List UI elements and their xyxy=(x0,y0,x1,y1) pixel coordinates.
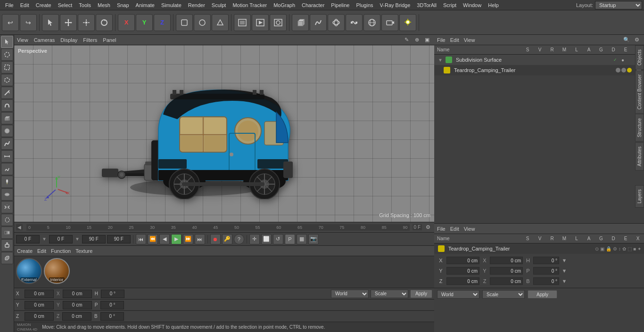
attr-icon-7[interactable]: ⬚ xyxy=(627,246,632,251)
end-frame-2-input[interactable] xyxy=(107,235,131,243)
deformer-button[interactable] xyxy=(346,14,363,31)
material-menu-function[interactable]: Function xyxy=(51,248,71,254)
coord-z-pos-input[interactable] xyxy=(446,277,479,285)
light-button[interactable] xyxy=(399,14,416,31)
transform-b-rot[interactable] xyxy=(100,312,124,321)
viewport-menu-display[interactable]: Display xyxy=(60,37,77,43)
extrude-tool[interactable] xyxy=(1,112,13,124)
bevel-tool[interactable] xyxy=(1,252,13,264)
objects-filter-icon[interactable]: ⚙ xyxy=(633,36,641,44)
viewport-icon-3[interactable]: ▣ xyxy=(423,36,431,44)
go-to-start-button[interactable]: ⏮ xyxy=(136,234,146,244)
menu-window[interactable]: Window xyxy=(460,1,485,9)
camera-button[interactable] xyxy=(381,14,398,31)
transform-y-pos[interactable] xyxy=(25,301,54,309)
attr-icon-4[interactable]: ⚙ xyxy=(613,246,617,251)
attr-menu-view[interactable]: View xyxy=(464,226,475,232)
redo-button[interactable]: ↪ xyxy=(20,14,37,31)
objects-search-icon[interactable]: 🔍 xyxy=(622,36,631,44)
coord-x-size-input[interactable] xyxy=(490,257,523,264)
drag-tool[interactable] xyxy=(1,239,13,251)
trailer-object-row[interactable]: Teardrop_Camping_Trailer xyxy=(434,65,644,75)
menu-pipeline[interactable]: Pipeline xyxy=(328,1,353,9)
render-mode-btn[interactable]: P xyxy=(285,234,295,244)
object-mode-button[interactable] xyxy=(176,14,193,31)
objects-menu-file[interactable]: File xyxy=(437,37,446,43)
play-button[interactable]: ▶ xyxy=(171,234,182,244)
timeline-track[interactable]: 0 5 10 15 20 25 30 35 40 45 50 55 60 65 … xyxy=(26,224,410,231)
move-tool-button[interactable] xyxy=(60,14,77,31)
objects-menu-view[interactable]: View xyxy=(464,37,475,43)
play-reverse-button[interactable]: ◀ xyxy=(159,234,170,244)
menu-tools[interactable]: Tools xyxy=(75,1,94,9)
material-menu-create[interactable]: Create xyxy=(17,248,33,254)
menu-edit[interactable]: Edit xyxy=(17,1,33,9)
viewport-menu-filters[interactable]: Filters xyxy=(83,37,97,43)
tab-layers[interactable]: Layers xyxy=(635,185,644,208)
material-interior[interactable]: Interior xyxy=(44,258,70,284)
attr-menu-edit[interactable]: Edit xyxy=(450,226,459,232)
layout-dropdown[interactable]: Startup xyxy=(595,1,642,9)
render-region-button[interactable] xyxy=(234,14,251,31)
coord-y-size-input[interactable] xyxy=(490,267,523,275)
record-button[interactable]: ⏺ xyxy=(210,234,221,244)
transform-h-rot[interactable] xyxy=(101,290,124,298)
nurbs-button[interactable] xyxy=(328,14,345,31)
viewport-icon-1[interactable]: ✎ xyxy=(402,36,411,44)
attr-icon-8[interactable]: ■ xyxy=(633,246,636,251)
knife-tool[interactable] xyxy=(1,87,13,99)
menu-render[interactable]: Render xyxy=(185,1,208,9)
rotate-tool-button[interactable] xyxy=(96,14,113,31)
transform-x-rot[interactable] xyxy=(63,290,92,298)
rect-selection-tool[interactable] xyxy=(1,61,13,73)
x-axis-button[interactable]: X xyxy=(118,14,135,31)
attr-icon-3[interactable]: 🔒 xyxy=(606,246,611,251)
tab-attributes[interactable]: Attributes xyxy=(635,142,644,170)
coordinate-system-select[interactable]: World xyxy=(331,290,369,298)
attr-menu-file[interactable]: File xyxy=(437,226,446,232)
attr-object-row[interactable]: Teardrop_Camping_Trailer ⊙ ▣ 🔒 ⚙ ↕ ✿ ⬚ ■… xyxy=(434,243,644,254)
rotate-mode-btn[interactable]: ↺ xyxy=(273,234,283,244)
transform-mode-select[interactable]: Scale xyxy=(371,290,408,298)
menu-animate[interactable]: Animate xyxy=(132,1,158,9)
environment-button[interactable] xyxy=(363,14,380,31)
tab-structure[interactable]: Structure xyxy=(635,114,644,142)
object3-button[interactable] xyxy=(212,14,229,31)
poly-selection-tool[interactable] xyxy=(1,74,13,86)
apply-button[interactable]: Apply xyxy=(410,290,432,298)
attr-icon-2[interactable]: ▣ xyxy=(600,246,604,251)
auto-key-button[interactable]: 🔑 xyxy=(222,234,232,244)
coord-b-input[interactable] xyxy=(533,277,559,285)
menu-character[interactable]: Character xyxy=(298,1,328,9)
menu-mograph[interactable]: MoGraph xyxy=(270,1,298,9)
coord-p-input[interactable] xyxy=(533,267,559,275)
menu-motion-tracker[interactable]: Motion Tracker xyxy=(229,1,270,9)
lasso-tool[interactable] xyxy=(1,214,13,226)
attr-icon-9[interactable]: ✦ xyxy=(637,246,641,251)
tree-expand-arrow[interactable]: ▼ xyxy=(438,57,443,63)
attr-icon-1[interactable]: ⊙ xyxy=(595,246,599,251)
spline-button[interactable] xyxy=(310,14,327,31)
menu-mesh[interactable]: Mesh xyxy=(94,1,114,9)
viewport-icon-2[interactable]: ⊕ xyxy=(413,36,421,44)
coord-y-pos-input[interactable] xyxy=(446,267,479,275)
scale-mode-btn[interactable]: ⬜ xyxy=(261,234,272,244)
subdiv-icon-v[interactable]: ● xyxy=(619,57,626,63)
help-button[interactable]: ? xyxy=(234,234,244,244)
menu-help[interactable]: Help xyxy=(485,1,502,9)
transform-y-rot[interactable] xyxy=(63,301,92,309)
go-to-end-button[interactable]: ⏭ xyxy=(195,234,205,244)
menu-3dtoall[interactable]: 3DTorAll xyxy=(413,1,440,9)
viewport-menu-panel[interactable]: Panel xyxy=(103,37,116,43)
timeline-settings-icon[interactable]: ⚙ xyxy=(424,223,432,232)
grid-mode-btn[interactable]: ▦ xyxy=(297,234,307,244)
menu-sculpt[interactable]: Sculpt xyxy=(208,1,230,9)
menu-script[interactable]: Script xyxy=(440,1,460,9)
menu-snap[interactable]: Snap xyxy=(114,1,132,9)
object2-button[interactable] xyxy=(194,14,211,31)
current-frame-input[interactable] xyxy=(16,235,40,243)
select-tool-button[interactable] xyxy=(42,14,59,31)
objects-menu-edit[interactable]: Edit xyxy=(450,37,459,43)
magnet-tool[interactable] xyxy=(1,99,13,112)
sculpt-tool[interactable] xyxy=(1,163,13,175)
